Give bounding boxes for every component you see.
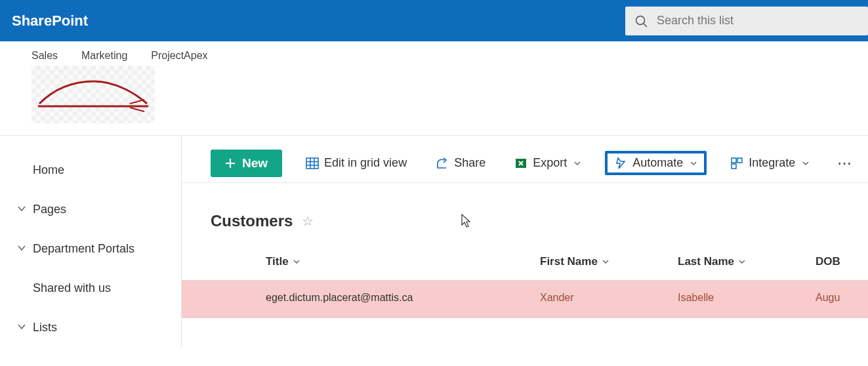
- svg-line-1: [644, 24, 647, 27]
- column-label: First Name: [540, 255, 598, 268]
- nav-link-projectapex[interactable]: ProjectApex: [151, 50, 207, 62]
- nav-item-lists[interactable]: Lists: [0, 308, 181, 347]
- favorite-star-icon[interactable]: ☆: [302, 213, 314, 229]
- list-table: Title First Name Last Name DOB eget.dict…: [182, 255, 868, 318]
- column-header-first-name[interactable]: First Name: [540, 255, 678, 268]
- chevron-down-icon: [573, 159, 581, 167]
- left-nav: Home Pages Department Portals Shared wit…: [0, 136, 182, 347]
- edit-grid-button[interactable]: Edit in grid view: [300, 152, 412, 174]
- nav-item-pages[interactable]: Pages: [0, 190, 181, 229]
- list-toolbar: New Edit in grid view Share Export Autom…: [182, 144, 868, 183]
- column-header-title[interactable]: Title: [266, 255, 540, 268]
- integrate-button[interactable]: Integrate: [725, 152, 815, 174]
- new-button-label: New: [242, 156, 268, 171]
- plus-icon: [225, 158, 236, 169]
- cell-dob: Augu: [816, 292, 868, 304]
- nav-item-department-portals[interactable]: Department Portals: [0, 229, 181, 268]
- table-header: Title First Name Last Name DOB: [182, 255, 868, 280]
- nav-item-home[interactable]: Home: [0, 150, 181, 190]
- tool-label: Integrate: [749, 156, 795, 170]
- search-input[interactable]: [657, 14, 859, 28]
- chevron-down-icon: [293, 258, 300, 266]
- search-box[interactable]: [625, 7, 868, 35]
- more-button[interactable]: ⋯: [833, 155, 856, 172]
- nav-link-sales[interactable]: Sales: [31, 50, 58, 62]
- app-brand[interactable]: SharePoint: [12, 12, 88, 30]
- nav-item-shared-with-us[interactable]: Shared with us: [0, 268, 181, 308]
- cell-title: eget.dictum.placerat@mattis.ca: [266, 292, 540, 304]
- automate-icon: [614, 157, 627, 170]
- export-button[interactable]: Export: [509, 152, 587, 174]
- grid-icon: [306, 157, 319, 169]
- column-header-last-name[interactable]: Last Name: [678, 255, 816, 268]
- chevron-down-icon: [17, 321, 33, 335]
- nav-item-label: Home: [33, 163, 64, 177]
- automate-button[interactable]: Automate: [605, 151, 707, 175]
- column-label: DOB: [816, 255, 840, 268]
- chevron-down-icon: [17, 242, 33, 256]
- cell-first-name: Xander: [540, 292, 678, 304]
- list-header: Customers ☆: [182, 183, 868, 230]
- new-button[interactable]: New: [211, 150, 282, 177]
- column-label: Title: [266, 255, 289, 268]
- svg-point-0: [636, 16, 645, 24]
- share-button[interactable]: Share: [430, 152, 491, 174]
- cell-last-name: Isabelle: [678, 292, 816, 304]
- content-area: New Edit in grid view Share Export Autom…: [182, 136, 868, 347]
- column-label: Last Name: [678, 255, 734, 268]
- chevron-down-icon: [738, 258, 746, 266]
- excel-icon: [514, 157, 527, 170]
- site-nav: Sales Marketing ProjectApex: [0, 41, 868, 62]
- tool-label: Share: [454, 156, 486, 170]
- column-header-dob[interactable]: DOB: [816, 255, 868, 268]
- tool-label: Automate: [632, 156, 683, 170]
- integrate-icon: [730, 157, 743, 170]
- svg-rect-9: [737, 158, 742, 163]
- tool-label: Edit in grid view: [324, 156, 407, 170]
- nav-item-label: Lists: [33, 321, 57, 335]
- nav-item-label: Department Portals: [33, 242, 134, 256]
- chevron-down-icon: [802, 159, 810, 167]
- list-title: Customers: [211, 212, 293, 230]
- top-bar: SharePoint: [0, 0, 868, 41]
- svg-rect-2: [306, 158, 318, 169]
- cursor-icon: [461, 213, 472, 229]
- nav-item-label: Shared with us: [33, 281, 111, 295]
- share-icon: [436, 157, 449, 169]
- search-icon: [634, 14, 648, 28]
- table-row[interactable]: eget.dictum.placerat@mattis.ca Xander Is…: [182, 280, 868, 318]
- site-logo[interactable]: [31, 66, 155, 123]
- svg-rect-8: [732, 158, 736, 163]
- tool-label: Export: [533, 156, 567, 170]
- svg-rect-10: [732, 164, 736, 169]
- chevron-down-icon: [17, 203, 33, 216]
- nav-item-label: Pages: [33, 203, 66, 216]
- nav-link-marketing[interactable]: Marketing: [81, 50, 127, 62]
- chevron-down-icon: [690, 159, 697, 167]
- chevron-down-icon: [602, 258, 610, 266]
